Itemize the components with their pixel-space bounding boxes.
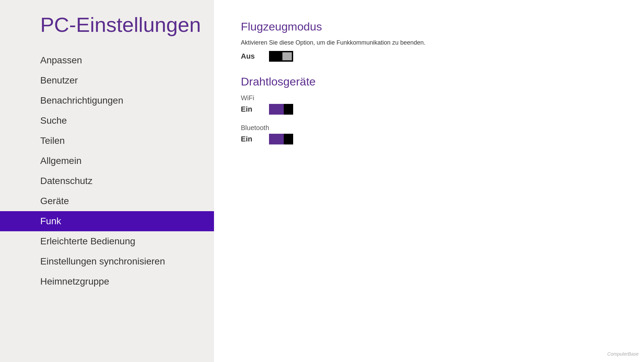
nav-item-benachrichtigungen[interactable]: Benachrichtigungen	[0, 90, 214, 111]
bluetooth-device-name: Bluetooth	[241, 124, 617, 132]
flugzeugmodus-toggle[interactable]	[269, 51, 293, 62]
nav-item-allgemein[interactable]: Allgemein	[0, 151, 214, 171]
nav-item-einstellungen-synchronisieren[interactable]: Einstellungen synchronisieren	[0, 251, 214, 272]
nav-item-teilen[interactable]: Teilen	[0, 131, 214, 151]
nav-item-geräte[interactable]: Geräte	[0, 191, 214, 211]
nav-item-anpassen[interactable]: Anpassen	[0, 50, 214, 70]
nav-item-datenschutz[interactable]: Datenschutz	[0, 171, 214, 191]
bluetooth-toggle-row: Ein	[241, 134, 617, 144]
wifi-toggle-label: Ein	[241, 105, 261, 114]
wifi-toggle[interactable]	[269, 104, 293, 115]
flugzeugmodus-toggle-label: Aus	[241, 52, 261, 61]
nav-item-funk[interactable]: Funk	[0, 211, 214, 231]
bluetooth-toggle-label: Ein	[241, 135, 261, 143]
nav-list: AnpassenBenutzerBenachrichtigungenSucheT…	[0, 50, 214, 292]
drahtlosgeraete-title: Drahtlosgeräte	[241, 75, 617, 88]
flugzeugmodus-toggle-row: Aus	[241, 51, 617, 62]
page-title: PC-Einstellungen	[0, 13, 214, 36]
nav-item-heimnetzgruppe[interactable]: Heimnetzgruppe	[0, 272, 214, 292]
nav-item-benutzer[interactable]: Benutzer	[0, 70, 214, 90]
wifi-device: WiFi Ein	[241, 94, 617, 115]
bluetooth-toggle[interactable]	[269, 134, 293, 144]
wifi-device-name: WiFi	[241, 94, 617, 102]
flugzeugmodus-title: Flugzeugmodus	[241, 20, 617, 33]
flugzeugmodus-section: Flugzeugmodus Aktivieren Sie diese Optio…	[241, 20, 617, 62]
main-content: Flugzeugmodus Aktivieren Sie diese Optio…	[214, 0, 644, 362]
nav-item-suche[interactable]: Suche	[0, 111, 214, 131]
sidebar: PC-Einstellungen AnpassenBenutzerBenachr…	[0, 0, 214, 362]
flugzeugmodus-description: Aktivieren Sie diese Option, um die Funk…	[241, 39, 617, 46]
nav-item-erleichterte-bedienung[interactable]: Erleichterte Bedienung	[0, 231, 214, 251]
drahtlosgeraete-section: Drahtlosgeräte WiFi Ein Bluetooth Ein	[241, 75, 617, 144]
watermark: ComputerBase	[607, 351, 639, 357]
wifi-toggle-row: Ein	[241, 104, 617, 115]
bluetooth-device: Bluetooth Ein	[241, 124, 617, 144]
